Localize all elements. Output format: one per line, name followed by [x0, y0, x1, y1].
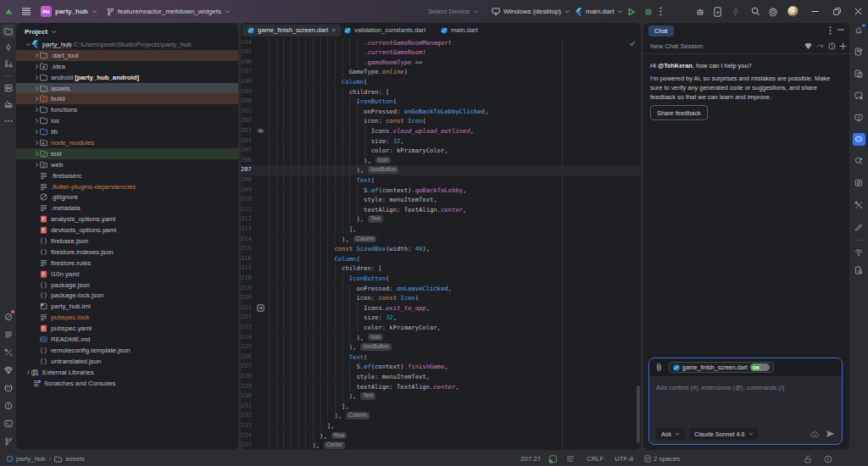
running-devices-icon[interactable]: [853, 111, 865, 124]
notifications-status-icon[interactable]: [824, 452, 832, 466]
attach-icon[interactable]: [656, 363, 662, 372]
code-editor[interactable]: 194.currentGameRoomManager!195.currentGa…: [241, 38, 641, 451]
tree-item--metadata[interactable]: .metadata: [16, 202, 238, 214]
ai-assistant-icon[interactable]: [853, 133, 865, 146]
tree-item-assets[interactable]: assets: [16, 83, 238, 94]
target-device-selector[interactable]: Windows (desktop): [492, 8, 570, 15]
tree-item--idea[interactable]: .idea: [16, 61, 238, 72]
gemini-chat-icon[interactable]: [853, 89, 865, 102]
tree-item-scratches-and-consoles[interactable]: Scratches and Consoles: [16, 378, 238, 389]
git-icon[interactable]: [2, 435, 14, 447]
eye-icon[interactable]: [257, 127, 264, 135]
more-icon[interactable]: [2, 114, 14, 127]
tree-item-node-modules[interactable]: node_modules: [16, 137, 238, 148]
chevron-right-icon[interactable]: [33, 96, 40, 103]
tree-item--dart-tool[interactable]: .dart_tool: [16, 50, 238, 61]
tree-item-firebase-json[interactable]: firebase.json: [16, 236, 238, 247]
search-icon[interactable]: [751, 7, 760, 16]
chat-tab[interactable]: Chat: [648, 25, 674, 36]
chat-history-icon[interactable]: [828, 42, 836, 50]
gradle-icon[interactable]: [853, 46, 865, 58]
main-menu-icon[interactable]: [22, 8, 31, 15]
services-icon[interactable]: [2, 81, 14, 94]
editor-scrollbar[interactable]: [637, 386, 640, 443]
tree-item-web[interactable]: web: [16, 159, 238, 170]
device-explorer-icon[interactable]: [853, 264, 865, 277]
profiler-icon[interactable]: [695, 7, 705, 17]
tree-item-package-lock-json[interactable]: package-lock.json: [16, 290, 238, 301]
tree-item--gitignore[interactable]: .gitignore: [16, 191, 238, 202]
tree-item-lib[interactable]: lib: [16, 126, 238, 137]
chevron-right-icon[interactable]: [33, 63, 40, 69]
ai-search-icon[interactable]: [853, 155, 865, 168]
chevron-right-icon[interactable]: [33, 129, 40, 136]
breadcrumb-project[interactable]: party_hub: [16, 455, 46, 463]
tree-item-test[interactable]: test: [16, 148, 238, 159]
project-widget[interactable]: PH party_hub: [41, 6, 97, 17]
chevron-right-icon[interactable]: [33, 139, 40, 146]
context-toggle[interactable]: ON: [750, 363, 771, 371]
tools-icon[interactable]: [853, 198, 865, 211]
chevron-right-icon[interactable]: [33, 161, 40, 168]
device-manager-icon[interactable]: [853, 68, 865, 80]
window-minimize-button[interactable]: [804, 0, 825, 23]
wifi-icon[interactable]: [853, 247, 865, 259]
chat-hide-icon[interactable]: [837, 29, 844, 31]
user-avatar[interactable]: [787, 6, 798, 17]
caret-position[interactable]: 207:27: [520, 452, 541, 466]
chevron-right-icon[interactable]: [33, 85, 40, 92]
notifications-icon[interactable]: [853, 24, 865, 36]
chevron-right-icon[interactable]: [33, 74, 40, 80]
tree-item-pubspec-lock[interactable]: pubspec.lock: [16, 312, 238, 323]
vcs-branch-widget[interactable]: feature/reactor_meltdown_widgets: [107, 8, 231, 16]
chevron-right-icon[interactable]: [33, 107, 40, 114]
chevron-right-icon[interactable]: [25, 369, 31, 375]
chat-options-icon[interactable]: [829, 26, 832, 35]
restore-chat-icon[interactable]: [816, 42, 824, 50]
model-selector[interactable]: Claude Sonnet 4.6: [689, 428, 759, 440]
tree-item-firestore-indexes-json[interactable]: firestore.indexes.json: [16, 247, 238, 258]
tree-item-untranslated-json[interactable]: untranslated.json: [16, 356, 238, 367]
chat-input-placeholder[interactable]: Add context (#), extensions (@), command…: [656, 384, 784, 391]
tree-item--firebaserc[interactable]: .firebaserc: [16, 170, 238, 181]
tree-item-firestore-rules[interactable]: firestore.rules: [16, 258, 238, 269]
tree-item-l10n-yaml[interactable]: l10n.yaml: [16, 269, 238, 280]
file-encoding[interactable]: UTF-8: [615, 452, 633, 466]
run-config-selector[interactable]: main.dart: [576, 8, 623, 16]
sync-cloud-icon[interactable]: [810, 430, 820, 438]
tree-item-build[interactable]: build: [16, 93, 238, 104]
device-selector[interactable]: Select Device: [428, 8, 479, 15]
commit-icon[interactable]: [2, 42, 14, 54]
chevron-down-icon[interactable]: [25, 41, 31, 47]
tree-item-external-libraries[interactable]: External Libraries: [16, 367, 238, 378]
todo-icon[interactable]: [2, 328, 14, 341]
app-quality-insights-icon[interactable]: [2, 310, 14, 323]
pen-icon[interactable]: [853, 220, 865, 233]
close-icon[interactable]: ×: [331, 27, 336, 34]
device-manager-icon[interactable]: [714, 7, 721, 17]
problems-icon[interactable]: [2, 399, 14, 412]
project-folder-icon[interactable]: [2, 25, 14, 37]
tree-item-package-json[interactable]: package.json: [16, 280, 238, 291]
terminal-icon[interactable]: [2, 417, 14, 430]
window-restore-button[interactable]: [826, 0, 847, 23]
chat-input-box[interactable]: game_finish_screen.dart ON Add context (…: [648, 358, 843, 445]
editor-tab-main.dart[interactable]: main.dart: [436, 25, 483, 37]
settings-gear-icon[interactable]: [768, 7, 778, 17]
chevron-right-icon[interactable]: [33, 150, 40, 157]
run-button[interactable]: [627, 8, 636, 16]
dart-analysis-icon[interactable]: [2, 363, 14, 376]
tree-item-android[interactable]: android [party_hub_android]: [16, 72, 238, 83]
chevron-right-icon[interactable]: [33, 118, 40, 125]
editor-tab-game_finish_screen.dart[interactable]: game_finish_screen.dart×: [242, 25, 341, 37]
gem-icon[interactable]: [804, 42, 812, 50]
structure-icon[interactable]: [2, 58, 14, 70]
window-close-button[interactable]: [848, 0, 868, 23]
dart-analysis-status-icon[interactable]: [548, 452, 558, 466]
chevron-right-icon[interactable]: [33, 52, 40, 58]
send-icon[interactable]: [826, 430, 835, 438]
inspection-ok-icon[interactable]: [629, 40, 636, 47]
indent-style[interactable]: 2 spaces: [644, 452, 680, 466]
tree-item-pubspec-yaml[interactable]: pubspec.yaml: [16, 323, 238, 334]
hot-reload-icon[interactable]: [732, 7, 739, 16]
